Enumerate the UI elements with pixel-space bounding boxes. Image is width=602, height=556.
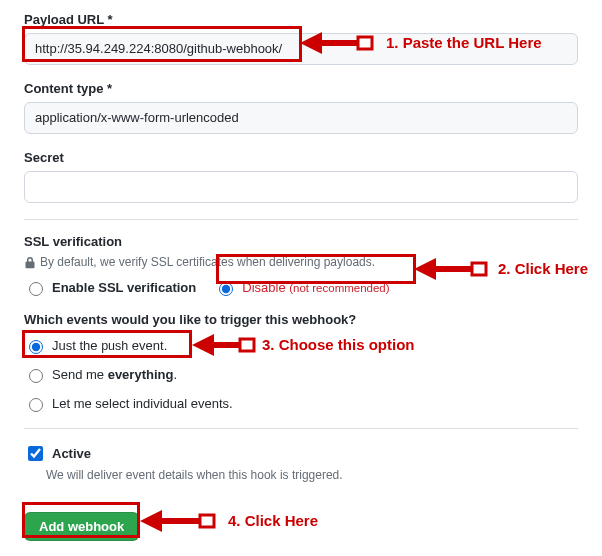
ssl-disable-note: (not recommended): [289, 282, 389, 294]
events-individual-label: Let me select individual events.: [52, 396, 233, 411]
ssl-enable-option[interactable]: Enable SSL verification: [24, 279, 196, 296]
add-webhook-button[interactable]: Add webhook: [24, 512, 139, 541]
events-push-word: push: [101, 339, 128, 353]
secret-label: Secret: [24, 150, 578, 165]
active-help-text: We will deliver event details when this …: [46, 468, 578, 482]
ssl-enable-radio[interactable]: [29, 282, 43, 296]
ssl-enable-label: Enable SSL verification: [52, 280, 196, 295]
payload-url-label: Payload URL *: [24, 12, 578, 27]
events-everything-radio[interactable]: [29, 369, 43, 383]
ssl-disable-option[interactable]: Disable (not recommended): [214, 279, 389, 296]
ssl-disable-radio[interactable]: [219, 282, 233, 296]
events-push-pre: Just the: [52, 338, 101, 353]
active-checkbox[interactable]: [28, 446, 43, 461]
events-section-title: Which events would you like to trigger t…: [24, 312, 578, 327]
events-push-option[interactable]: Just the push event.: [24, 337, 578, 354]
content-type-select[interactable]: [24, 102, 578, 134]
events-individual-option[interactable]: Let me select individual events.: [24, 395, 578, 412]
lock-icon: [24, 255, 36, 269]
divider: [24, 428, 578, 429]
events-everything-post: .: [173, 367, 177, 382]
events-everything-option[interactable]: Send me everything.: [24, 366, 578, 383]
events-everything-word: everything: [108, 367, 174, 382]
events-push-post: event.: [128, 338, 167, 353]
secret-input[interactable]: [24, 171, 578, 203]
ssl-disable-label: Disable: [242, 280, 285, 295]
content-type-label: Content type *: [24, 81, 578, 96]
payload-url-input[interactable]: [24, 33, 578, 65]
divider: [24, 219, 578, 220]
ssl-section-title: SSL verification: [24, 234, 578, 249]
events-individual-radio[interactable]: [29, 398, 43, 412]
ssl-help-text: By default, we verify SSL certificates w…: [40, 255, 375, 269]
active-option[interactable]: Active: [24, 443, 578, 464]
events-push-radio[interactable]: [29, 340, 43, 354]
active-label: Active: [52, 446, 91, 461]
events-everything-pre: Send me: [52, 367, 108, 382]
